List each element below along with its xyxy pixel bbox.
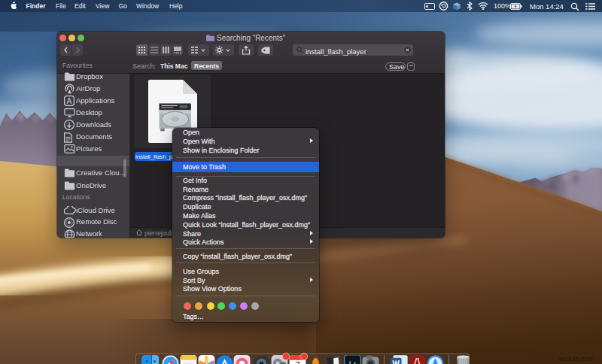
svg-text:7: 7 [295,360,300,364]
svg-text:A: A [66,97,71,105]
svg-text:Lr: Lr [348,359,356,364]
